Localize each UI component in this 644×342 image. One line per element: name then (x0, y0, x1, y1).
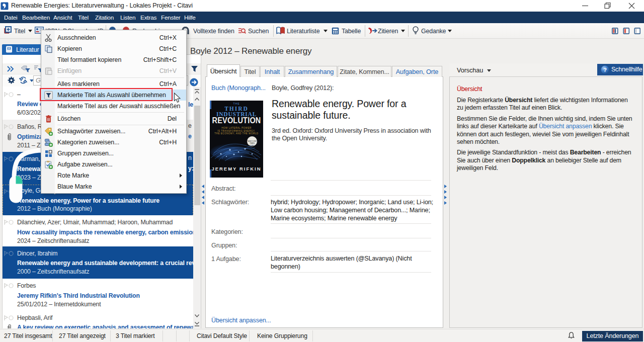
svg-text:?: ? (603, 67, 607, 73)
